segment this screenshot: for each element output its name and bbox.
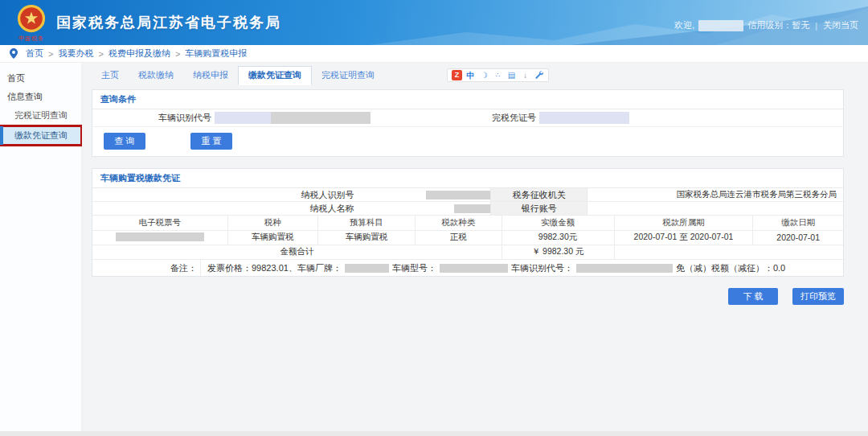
breadcrumb-separator: > — [175, 49, 180, 59]
total-label-cell: 金额合计 — [92, 245, 502, 259]
app-header: 中国税务 国家税务总局江苏省电子税务局 欢迎, 信用级别：暂无 | 关闭当页 — [0, 0, 868, 45]
dots-icon[interactable]: ∴ — [493, 70, 503, 80]
taxpayer-name-row: 纳税人名称 银行账号 — [92, 202, 843, 216]
tax-cert-number-label: 完税凭证号 — [371, 112, 536, 124]
payment-voucher-panel: 车辆购置税缴款凭证 纳税人识别号 税务征收机关 国家税务总局连云港市税务局第三税… — [92, 168, 844, 277]
username-redacted — [698, 20, 743, 31]
print-preview-button[interactable]: 打印预览 — [792, 288, 844, 305]
query-button[interactable]: 查 询 — [104, 133, 145, 150]
quick-toolbar: Z 中 ☽ ∴ ▤ ↓ — [447, 68, 549, 82]
sidebar-section-info-query[interactable]: 信息查询 — [0, 88, 81, 106]
redacted-value — [116, 232, 204, 241]
redacted-value — [345, 264, 389, 273]
breadcrumb-separator: > — [98, 49, 103, 59]
breadcrumb-home[interactable]: 首页 — [26, 47, 43, 60]
sidebar-item-label: 缴款凭证查询 — [14, 130, 68, 140]
taxpayer-name-label: 纳税人名称 — [92, 203, 359, 215]
wrench-icon[interactable] — [534, 70, 544, 80]
tab-bar: 主页 税款缴纳 纳税申报 缴款凭证查询 完税证明查询 Z 中 ☽ ∴ ▤ ↓ — [92, 67, 844, 84]
tax-cert-number-input[interactable] — [539, 112, 629, 124]
remark-tax-reduction: 免（减）税额（减征）：0.0 — [676, 262, 785, 274]
header-user-area: 欢迎, 信用级别：暂无 | 关闭当页 — [674, 19, 858, 31]
query-conditions-panel: 查询条件 车辆识别代号 完税凭证号 查 询 重 置 — [92, 89, 844, 157]
col-paid-amount: 实缴金额 — [502, 216, 614, 230]
close-page-link[interactable]: 关闭当页 — [823, 19, 858, 31]
remark-content: 发票价格：99823.01、车辆厂牌： 车辆型号： 车辆识别代号： 免（减）税额… — [201, 262, 785, 274]
taxpayer-id-value — [359, 191, 490, 199]
tab-tax-declaration[interactable]: 纳税申报 — [183, 67, 238, 84]
page: 中国税务 国家税务总局江苏省电子税务局 欢迎, 信用级别：暂无 | 关闭当页 首… — [0, 0, 868, 436]
active-item-indicator — [0, 126, 3, 145]
credit-level-label: 信用级别：暂无 — [747, 19, 809, 31]
tax-period-cell: 2020-07-01 至 2020-07-01 — [614, 230, 753, 245]
breadcrumb-tax-handling[interactable]: 我要办税 — [58, 47, 93, 60]
redacted-value — [426, 191, 490, 199]
main-content: 主页 税款缴纳 纳税申报 缴款凭证查询 完税证明查询 Z 中 ☽ ∴ ▤ ↓ — [82, 63, 868, 431]
redacted-value — [440, 264, 508, 273]
tab-payment-voucher-query[interactable]: 缴款凭证查询 — [238, 66, 312, 85]
voucher-table-header-row: 电子税票号 税种 预算科目 税款种类 实缴金额 税款所属期 缴款日期 — [92, 216, 843, 230]
remark-vehicle-model-label: 车辆型号： — [392, 262, 436, 274]
download-arrow-icon[interactable]: ↓ — [520, 70, 530, 80]
tab-home[interactable]: 主页 — [92, 67, 129, 84]
col-tax-type: 税种 — [227, 216, 317, 230]
query-panel-title: 查询条件 — [92, 90, 843, 109]
bottom-actions: 下 载 打印预览 — [92, 288, 844, 305]
taxpayer-id-label: 纳税人识别号 — [92, 189, 359, 201]
sidebar: 首页 信息查询 完税证明查询 缴款凭证查询 — [0, 63, 82, 431]
total-amount-cell: ￥ 9982.30 元 — [502, 245, 614, 259]
translate-icon[interactable]: 中 — [465, 70, 476, 80]
sidebar-item-payment-voucher-query[interactable]: 缴款凭证查询 — [0, 126, 81, 145]
taxpayer-id-row: 纳税人识别号 税务征收机关 国家税务总局连云港市税务局第三税务分局 — [92, 188, 843, 202]
logo-caption: 中国税务 — [13, 35, 50, 42]
sidebar-item-home[interactable]: 首页 — [0, 69, 81, 88]
etax-number-cell — [92, 230, 227, 245]
tax-authority-value: 国家税务总局连云港市税务局第三税务分局 — [588, 189, 843, 200]
col-tax-period: 税款所属期 — [614, 216, 753, 230]
voucher-table: 电子税票号 税种 预算科目 税款种类 实缴金额 税款所属期 缴款日期 车辆购置税… — [92, 216, 843, 259]
vin-input[interactable] — [215, 112, 371, 124]
redacted-value — [576, 264, 673, 273]
voucher-data-row: 车辆购置税 车辆购置税 正税 9982.30元 2020-07-01 至 202… — [92, 230, 843, 245]
remark-row: 备注： 发票价格：99823.01、车辆厂牌： 车辆型号： 车辆识别代号： 免（… — [92, 259, 843, 276]
welcome-label: 欢迎, — [674, 19, 694, 31]
taxpayer-name-value — [359, 204, 490, 213]
breadcrumb-separator: > — [48, 49, 53, 59]
z-tool-icon[interactable]: Z — [452, 70, 462, 80]
tax-category-cell: 正税 — [416, 230, 502, 245]
col-payment-date: 缴款日期 — [753, 216, 843, 230]
total-empty-cell — [614, 245, 843, 259]
tab-tax-payment[interactable]: 税款缴纳 — [129, 67, 183, 84]
breadcrumb-vehicle-purchase-tax: 车辆购置税申报 — [185, 47, 247, 60]
tab-tax-proof-query[interactable]: 完税证明查询 — [312, 67, 384, 84]
breadcrumb-declaration-payment[interactable]: 税费申报及缴纳 — [108, 47, 170, 60]
bank-account-label: 银行账号 — [490, 202, 588, 215]
reset-button[interactable]: 重 置 — [190, 133, 232, 150]
voucher-panel-title: 车辆购置税缴款凭证 — [92, 169, 843, 188]
moon-icon[interactable]: ☽ — [479, 70, 489, 80]
col-budget-subject: 预算科目 — [317, 216, 415, 230]
voucher-total-row: 金额合计 ￥ 9982.30 元 — [92, 245, 843, 259]
tax-authority-label: 税务征收机关 — [490, 188, 588, 201]
query-fields-row: 车辆识别代号 完税凭证号 — [92, 109, 843, 127]
download-button[interactable]: 下 载 — [728, 288, 778, 305]
tax-emblem-icon — [16, 3, 47, 34]
col-tax-category: 税款种类 — [416, 216, 502, 230]
tax-bureau-logo: 中国税务 — [13, 3, 50, 42]
query-buttons-row: 查 询 重 置 — [92, 127, 843, 156]
page-title: 国家税务总局江苏省电子税务局 — [56, 13, 281, 32]
col-etax-number: 电子税票号 — [92, 216, 227, 230]
sidebar-item-tax-proof-query[interactable]: 完税证明查询 — [0, 106, 81, 125]
card-icon[interactable]: ▤ — [506, 70, 517, 80]
breadcrumb: 首页 > 我要办税 > 税费申报及缴纳 > 车辆购置税申报 — [0, 45, 868, 63]
remark-label: 备注： — [92, 260, 201, 276]
vin-label: 车辆识别代号 — [92, 112, 211, 124]
footer-strip — [0, 431, 868, 436]
payment-date-cell: 2020-07-01 — [753, 230, 843, 245]
budget-subject-cell: 车辆购置税 — [317, 230, 415, 245]
header-divider: | — [815, 21, 817, 31]
redacted-value — [454, 204, 490, 213]
remark-invoice-price: 发票价格：99823.01、车辆厂牌： — [207, 262, 342, 274]
tax-type-cell: 车辆购置税 — [227, 230, 317, 245]
redacted-value — [271, 112, 371, 124]
